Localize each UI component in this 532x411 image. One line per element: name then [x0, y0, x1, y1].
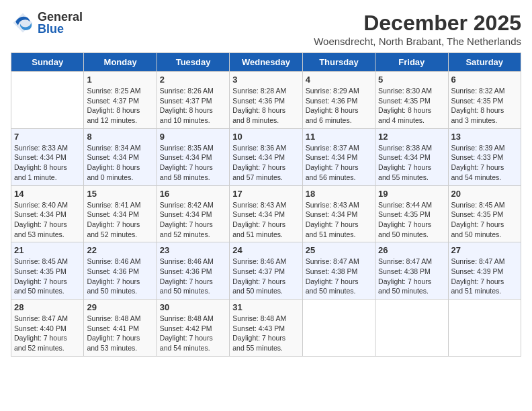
day-number: 31 [232, 302, 299, 312]
day-number: 10 [232, 132, 299, 142]
calendar-cell: 21Sunrise: 8:45 AMSunset: 4:35 PMDayligh… [11, 242, 84, 300]
day-number: 6 [451, 75, 518, 85]
calendar-cell: 27Sunrise: 8:47 AMSunset: 4:39 PMDayligh… [448, 242, 521, 300]
day-info: Sunrise: 8:48 AMSunset: 4:41 PMDaylight:… [87, 314, 153, 353]
day-number: 16 [160, 189, 226, 199]
month-title: December 2025 [314, 11, 521, 36]
day-number: 5 [378, 75, 445, 85]
day-number: 25 [306, 245, 372, 255]
day-number: 14 [14, 189, 81, 199]
day-info: Sunrise: 8:41 AMSunset: 4:34 PMDaylight:… [87, 200, 153, 240]
calendar-cell: 4Sunrise: 8:29 AMSunset: 4:36 PMDaylight… [302, 72, 375, 129]
day-number: 18 [306, 189, 372, 199]
title-block: December 2025 Woensdrecht, North Brabant… [314, 11, 521, 47]
day-number: 29 [87, 302, 153, 312]
calendar-table: SundayMondayTuesdayWednesdayThursdayFrid… [11, 52, 521, 357]
day-info: Sunrise: 8:42 AMSunset: 4:34 PMDaylight:… [160, 200, 226, 240]
logo-text: General Blue [38, 11, 83, 35]
day-info: Sunrise: 8:30 AMSunset: 4:35 PMDaylight:… [378, 86, 445, 126]
day-info: Sunrise: 8:46 AMSunset: 4:36 PMDaylight:… [87, 257, 153, 296]
day-number: 15 [87, 189, 153, 199]
day-number: 4 [306, 75, 372, 85]
day-info: Sunrise: 8:47 AMSunset: 4:39 PMDaylight:… [451, 257, 518, 296]
calendar-cell [448, 300, 521, 357]
day-info: Sunrise: 8:45 AMSunset: 4:35 PMDaylight:… [451, 200, 518, 240]
calendar-week-5: 28Sunrise: 8:47 AMSunset: 4:40 PMDayligh… [11, 300, 521, 357]
day-number: 1 [87, 75, 153, 85]
day-number: 30 [160, 302, 226, 312]
day-number: 2 [160, 75, 226, 85]
day-number: 20 [451, 189, 518, 199]
weekday-header-monday: Monday [84, 53, 157, 72]
day-info: Sunrise: 8:43 AMSunset: 4:34 PMDaylight:… [232, 200, 299, 240]
day-info: Sunrise: 8:46 AMSunset: 4:37 PMDaylight:… [232, 257, 299, 296]
calendar-cell: 17Sunrise: 8:43 AMSunset: 4:34 PMDayligh… [230, 185, 302, 242]
calendar-cell: 12Sunrise: 8:38 AMSunset: 4:34 PMDayligh… [375, 128, 448, 185]
calendar-cell: 8Sunrise: 8:34 AMSunset: 4:34 PMDaylight… [84, 128, 157, 185]
calendar-cell: 13Sunrise: 8:39 AMSunset: 4:33 PMDayligh… [448, 128, 521, 185]
day-number: 28 [14, 302, 81, 312]
day-number: 8 [87, 132, 153, 142]
calendar-cell: 23Sunrise: 8:46 AMSunset: 4:36 PMDayligh… [157, 242, 229, 300]
day-info: Sunrise: 8:46 AMSunset: 4:36 PMDaylight:… [160, 257, 226, 296]
day-number: 24 [232, 245, 299, 255]
calendar-cell: 22Sunrise: 8:46 AMSunset: 4:36 PMDayligh… [84, 242, 157, 300]
calendar-cell: 19Sunrise: 8:44 AMSunset: 4:35 PMDayligh… [375, 185, 448, 242]
calendar-cell [375, 300, 448, 357]
calendar-cell: 29Sunrise: 8:48 AMSunset: 4:41 PMDayligh… [84, 300, 157, 357]
day-number: 19 [378, 189, 445, 199]
day-info: Sunrise: 8:40 AMSunset: 4:34 PMDaylight:… [14, 200, 81, 240]
calendar-cell: 6Sunrise: 8:32 AMSunset: 4:35 PMDaylight… [448, 72, 521, 129]
calendar-cell: 11Sunrise: 8:37 AMSunset: 4:34 PMDayligh… [302, 128, 375, 185]
calendar-cell: 2Sunrise: 8:26 AMSunset: 4:37 PMDaylight… [157, 72, 229, 129]
location-subtitle: Woensdrecht, North Brabant, The Netherla… [314, 36, 521, 47]
calendar-cell: 1Sunrise: 8:25 AMSunset: 4:37 PMDaylight… [84, 72, 157, 129]
day-number: 22 [87, 245, 153, 255]
day-number: 27 [451, 245, 518, 255]
calendar-week-3: 14Sunrise: 8:40 AMSunset: 4:34 PMDayligh… [11, 185, 521, 242]
day-number: 9 [160, 132, 226, 142]
day-number: 21 [14, 245, 81, 255]
day-number: 17 [232, 189, 299, 199]
calendar-cell [11, 72, 84, 129]
day-number: 12 [378, 132, 445, 142]
calendar-cell: 26Sunrise: 8:47 AMSunset: 4:38 PMDayligh… [375, 242, 448, 300]
day-number: 23 [160, 245, 226, 255]
day-info: Sunrise: 8:48 AMSunset: 4:43 PMDaylight:… [232, 314, 299, 353]
calendar-cell: 5Sunrise: 8:30 AMSunset: 4:35 PMDaylight… [375, 72, 448, 129]
svg-marker-0 [13, 13, 33, 33]
day-info: Sunrise: 8:44 AMSunset: 4:35 PMDaylight:… [378, 200, 445, 240]
logo: General Blue [11, 11, 83, 35]
day-info: Sunrise: 8:45 AMSunset: 4:35 PMDaylight:… [14, 257, 81, 296]
calendar-cell: 30Sunrise: 8:48 AMSunset: 4:42 PMDayligh… [157, 300, 229, 357]
day-info: Sunrise: 8:29 AMSunset: 4:36 PMDaylight:… [306, 86, 372, 126]
day-number: 13 [451, 132, 518, 142]
day-number: 7 [14, 132, 81, 142]
logo-icon [11, 11, 35, 35]
day-info: Sunrise: 8:33 AMSunset: 4:34 PMDaylight:… [14, 143, 81, 183]
day-info: Sunrise: 8:34 AMSunset: 4:34 PMDaylight:… [87, 143, 153, 183]
calendar-cell: 7Sunrise: 8:33 AMSunset: 4:34 PMDaylight… [11, 128, 84, 185]
logo-general: General [38, 11, 83, 23]
calendar-cell: 15Sunrise: 8:41 AMSunset: 4:34 PMDayligh… [84, 185, 157, 242]
weekday-header-tuesday: Tuesday [157, 53, 229, 72]
calendar-cell: 31Sunrise: 8:48 AMSunset: 4:43 PMDayligh… [230, 300, 302, 357]
weekday-header-saturday: Saturday [448, 53, 521, 72]
day-info: Sunrise: 8:47 AMSunset: 4:40 PMDaylight:… [14, 314, 81, 353]
day-info: Sunrise: 8:36 AMSunset: 4:34 PMDaylight:… [232, 143, 299, 183]
weekday-header-friday: Friday [375, 53, 448, 72]
weekday-header-thursday: Thursday [302, 53, 375, 72]
day-info: Sunrise: 8:25 AMSunset: 4:37 PMDaylight:… [87, 86, 153, 126]
calendar-cell: 28Sunrise: 8:47 AMSunset: 4:40 PMDayligh… [11, 300, 84, 357]
calendar-cell: 25Sunrise: 8:47 AMSunset: 4:38 PMDayligh… [302, 242, 375, 300]
weekday-header-sunday: Sunday [11, 53, 84, 72]
day-info: Sunrise: 8:28 AMSunset: 4:36 PMDaylight:… [232, 86, 299, 126]
day-info: Sunrise: 8:26 AMSunset: 4:37 PMDaylight:… [160, 86, 226, 126]
calendar-cell: 10Sunrise: 8:36 AMSunset: 4:34 PMDayligh… [230, 128, 302, 185]
calendar-cell: 24Sunrise: 8:46 AMSunset: 4:37 PMDayligh… [230, 242, 302, 300]
day-info: Sunrise: 8:35 AMSunset: 4:34 PMDaylight:… [160, 143, 226, 183]
calendar-week-4: 21Sunrise: 8:45 AMSunset: 4:35 PMDayligh… [11, 242, 521, 300]
calendar-header: SundayMondayTuesdayWednesdayThursdayFrid… [11, 53, 521, 72]
calendar-week-2: 7Sunrise: 8:33 AMSunset: 4:34 PMDaylight… [11, 128, 521, 185]
calendar-cell: 20Sunrise: 8:45 AMSunset: 4:35 PMDayligh… [448, 185, 521, 242]
